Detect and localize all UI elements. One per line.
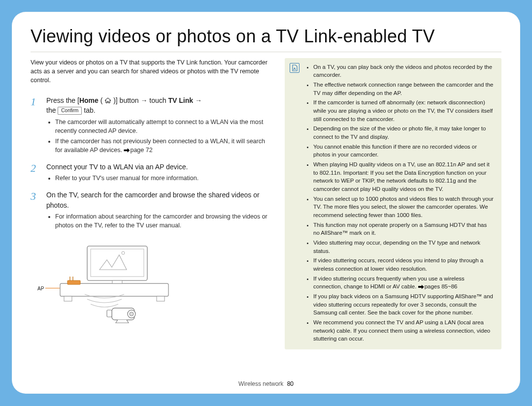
- step-3: 3 On the TV, search for the camcorder an…: [31, 190, 272, 231]
- page-number: 80: [287, 380, 294, 387]
- sub-bullets: For information about searching for the …: [46, 212, 272, 230]
- manual-page: Viewing videos or photos on a TV Link-en…: [12, 12, 520, 394]
- list-item: The effective network connection range b…: [313, 81, 495, 97]
- text: touch: [147, 96, 168, 104]
- list-item: This function may not operate properly o…: [313, 221, 495, 237]
- step-number: 1: [31, 95, 39, 156]
- text: )] button: [111, 96, 140, 104]
- svg-rect-4: [91, 249, 144, 277]
- step-body: On the TV, search for the camcorder and …: [46, 190, 272, 231]
- list-item: Depending on the size of the video or ph…: [313, 125, 495, 141]
- step-number: 2: [31, 162, 39, 184]
- page-title: Viewing videos or photos on a TV Link-en…: [31, 25, 501, 52]
- pageref-arrow-icon: [418, 284, 424, 289]
- list-item: Refer to your TV's user manual for more …: [55, 174, 272, 183]
- page-ref-text: page 72: [130, 147, 152, 154]
- list-item: If the camcorder is turned off abnormall…: [313, 98, 495, 123]
- illustration: AP: [40, 240, 198, 324]
- step-text: On the TV, search for the camcorder and …: [46, 190, 272, 210]
- svg-rect-7: [67, 281, 80, 284]
- notes-list: On a TV, you can play back only the vide…: [305, 63, 495, 344]
- arrow-icon: →: [140, 96, 147, 104]
- tv-camcorder-illustration: [40, 240, 198, 324]
- text: Press the [: [46, 96, 79, 104]
- svg-point-12: [130, 312, 133, 316]
- sub-bullets: Refer to your TV's user manual for more …: [46, 174, 272, 183]
- list-item: If video stuttering occurs frequently wh…: [313, 275, 495, 291]
- text: tab.: [82, 106, 95, 114]
- list-item: Video stuttering may occur, depending on…: [313, 239, 495, 255]
- page-footer: Wireless network 80: [12, 380, 520, 388]
- list-item: If you play back videos on a Samsung HDT…: [313, 292, 495, 317]
- list-item: You can select up to 1000 photos and vid…: [313, 195, 495, 219]
- step-body: Press the [Home ( )] button → touch TV L…: [46, 95, 272, 156]
- text: If the camcorder has not previously been…: [55, 138, 265, 154]
- text: (: [99, 96, 104, 104]
- page-ref-text: pages 85~86: [425, 283, 458, 289]
- home-label: Home: [79, 96, 99, 104]
- intro-paragraph: View your videos or photos on a TV that …: [31, 58, 272, 85]
- sub-bullets: The camcorder will automatically attempt…: [46, 118, 272, 155]
- list-item: If video stuttering occurs, record video…: [313, 256, 495, 273]
- list-item: We recommend you connect the TV and AP u…: [313, 318, 495, 343]
- home-icon: [104, 96, 111, 102]
- step-1: 1 Press the [Home ( )] button → touch TV…: [31, 95, 272, 156]
- pageref-arrow-icon: [124, 148, 130, 153]
- step-text: Press the [Home ( )] button → touch TV L…: [46, 95, 272, 116]
- list-item: When playing HD quality videos on a TV, …: [313, 160, 495, 193]
- list-item: On a TV, you can play back only the vide…: [313, 63, 495, 79]
- step-2: 2 Connect your TV to a WLAN via an AP de…: [31, 162, 272, 184]
- list-item: The camcorder will automatically attempt…: [55, 118, 272, 135]
- left-column: View your videos or photos on a TV that …: [31, 58, 272, 350]
- svg-rect-0: [60, 283, 168, 296]
- note-box: On a TV, you can play back only the vide…: [285, 58, 501, 350]
- note-icon: [290, 63, 299, 73]
- two-column-layout: View your videos or photos on a TV that …: [31, 58, 501, 350]
- svg-rect-6: [112, 281, 122, 283]
- page-ref: pages 85~86: [418, 282, 458, 291]
- tvlink-label: TV Link: [168, 96, 193, 104]
- steps-list: 1 Press the [Home ( )] button → touch TV…: [31, 95, 272, 231]
- confirm-button-graphic: Confirm: [58, 107, 82, 115]
- list-item: For information about searching for the …: [55, 212, 272, 230]
- svg-rect-1: [64, 296, 72, 301]
- text: the: [46, 106, 58, 114]
- footer-section: Wireless network: [238, 380, 283, 387]
- list-item: If the camcorder has not previously been…: [55, 137, 272, 155]
- arrow-icon: →: [193, 96, 202, 104]
- page-ref: page 72: [124, 146, 152, 155]
- step-text: Connect your TV to a WLAN via an AP devi…: [46, 162, 272, 172]
- step-number: 3: [31, 190, 39, 231]
- svg-rect-13: [107, 310, 112, 317]
- svg-rect-2: [157, 296, 165, 301]
- step-body: Connect your TV to a WLAN via an AP devi…: [46, 162, 272, 184]
- list-item: You cannot enable this function if there…: [313, 143, 495, 159]
- right-column: On a TV, you can play back only the vide…: [285, 58, 501, 350]
